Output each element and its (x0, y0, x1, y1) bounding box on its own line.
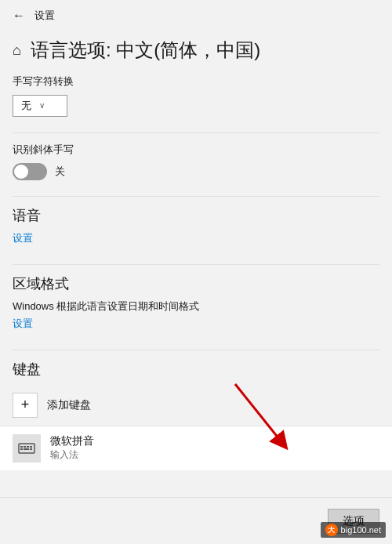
keyboard-title: 键盘 (13, 360, 379, 379)
page-title: 语言选项: 中文(简体，中国) (31, 39, 260, 62)
keyboard-section: 键盘 + 添加键盘 微软拼音 输入法 (13, 360, 379, 470)
svg-rect-7 (30, 448, 32, 450)
keyboard-svg-icon (17, 439, 36, 458)
regional-title: 区域格式 (13, 274, 379, 293)
divider-2 (13, 196, 379, 197)
speech-settings-link[interactable]: 设置 (13, 231, 33, 245)
svg-rect-3 (27, 446, 29, 448)
keyboard-item-icon (13, 434, 41, 462)
speech-title: 语音 (13, 206, 379, 225)
watermark: 大 big100.net (321, 522, 386, 538)
divider-1 (13, 132, 379, 133)
svg-rect-1 (20, 446, 23, 448)
keyboard-name: 微软拼音 (50, 434, 379, 448)
svg-rect-2 (24, 446, 26, 448)
italic-toggle-row: 关 (13, 163, 379, 180)
add-keyboard-button[interactable]: + 添加键盘 (13, 385, 379, 426)
handwriting-section: 手写字符转换 无 ∨ (13, 74, 379, 117)
keyboard-type: 输入法 (50, 448, 379, 462)
italic-toggle[interactable] (13, 163, 47, 180)
keyboard-info: 微软拼音 输入法 (50, 434, 379, 462)
chevron-down-icon: ∨ (39, 101, 45, 110)
top-bar: ← 设置 (0, 0, 392, 31)
divider-4 (13, 350, 379, 350)
regional-section: 区域格式 Windows 根据此语言设置日期和时间格式 设置 (13, 274, 379, 334)
keyboard-item[interactable]: 微软拼音 输入法 (0, 426, 392, 470)
home-icon: ⌂ (13, 42, 21, 59)
divider-3 (13, 264, 379, 265)
watermark-text: big100.net (341, 525, 381, 535)
regional-settings-link[interactable]: 设置 (13, 317, 33, 331)
svg-rect-6 (24, 448, 29, 450)
top-bar-title: 设置 (34, 9, 55, 23)
italic-toggle-label: 关 (55, 165, 65, 179)
handwriting-label: 手写字符转换 (13, 74, 379, 89)
svg-rect-4 (30, 446, 32, 448)
toggle-knob (14, 165, 28, 179)
handwriting-dropdown[interactable]: 无 ∨ (13, 95, 67, 117)
italic-label: 识别斜体手写 (13, 143, 379, 157)
italic-section: 识别斜体手写 关 (13, 143, 379, 180)
watermark-icon: 大 (325, 524, 338, 536)
add-keyboard-label: 添加键盘 (47, 398, 91, 412)
handwriting-dropdown-value: 无 (21, 99, 31, 113)
regional-description: Windows 根据此语言设置日期和时间格式 (13, 299, 379, 314)
back-button[interactable]: ← (13, 9, 25, 23)
svg-rect-5 (20, 448, 23, 450)
speech-section: 语音 设置 (13, 206, 379, 248)
content-area: 手写字符转换 无 ∨ 识别斜体手写 关 语音 设置 区域格式 Windows 根… (0, 74, 392, 470)
page-header: ⌂ 语言选项: 中文(简体，中国) (0, 31, 392, 74)
plus-icon: + (13, 393, 38, 418)
